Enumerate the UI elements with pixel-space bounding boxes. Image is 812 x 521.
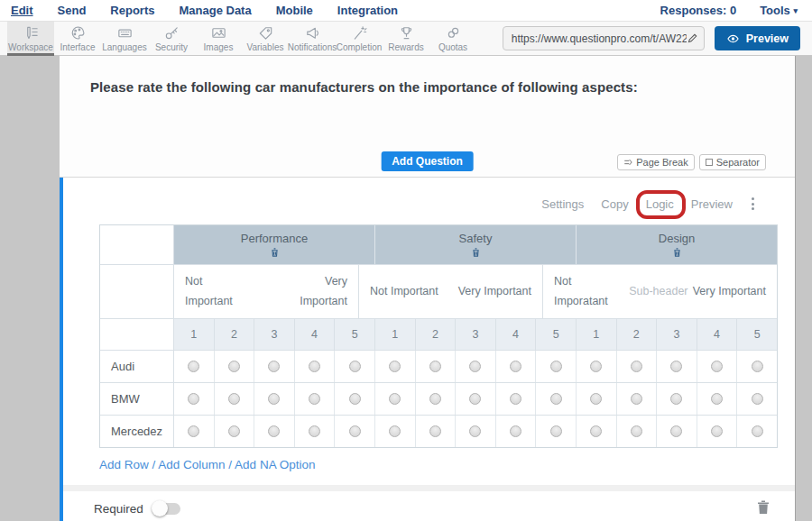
delete-group-icon[interactable] [471,247,481,258]
radio-button[interactable] [374,416,415,447]
radio-button[interactable] [254,416,294,447]
radio-button[interactable] [374,383,415,415]
separator-button[interactable]: Separator [699,154,766,170]
radio-button[interactable] [535,383,576,415]
subheader-placeholder[interactable]: Sub-header [629,282,687,302]
radio-button[interactable] [214,416,254,447]
radio-button[interactable] [616,351,657,382]
toolbar-tab-quotas[interactable]: Quotas [429,22,476,55]
radio-button[interactable] [495,351,536,382]
radio-button[interactable] [495,383,536,415]
page-break-button[interactable]: Page Break [617,154,694,170]
radio-button[interactable] [616,383,657,415]
radio-button[interactable] [294,416,335,447]
radio-button[interactable] [535,416,576,447]
radio-button[interactable] [174,416,214,447]
row-label[interactable]: Mercedez [100,416,174,447]
radio-icon [429,393,441,405]
radio-button[interactable] [214,351,254,382]
radio-button[interactable] [656,383,697,415]
radio-button[interactable] [656,351,697,382]
nav-manage-data[interactable]: Manage Data [179,4,251,17]
radio-button[interactable] [616,416,657,447]
toolbar-tab-languages[interactable]: Languages [101,22,148,55]
radio-button[interactable] [697,351,737,382]
radio-button[interactable] [455,416,495,447]
nav-edit[interactable]: Edit [11,4,33,17]
radio-button[interactable] [656,416,697,447]
subheader-safety[interactable]: Not Important Very Important [358,265,542,318]
toolbar-tab-notifications[interactable]: Notifications [289,22,336,55]
add-na-option-link[interactable]: Add NA Option [235,458,315,471]
survey-url-field[interactable]: https://www.questionpro.com/t/AW22ZcC [503,26,705,50]
question-settings-button[interactable]: Settings [541,197,584,211]
more-options-button[interactable] [748,196,758,212]
toolbar-tab-workspace[interactable]: Workspace [7,22,54,55]
toolbar-tab-interface[interactable]: Interface [54,22,101,55]
chain-links-icon [445,24,462,41]
toggle-knob [152,500,168,516]
group-header-design[interactable]: Design [577,225,777,264]
nav-mobile[interactable]: Mobile [276,4,313,17]
radio-button[interactable] [415,351,456,382]
radio-button[interactable] [576,383,616,415]
delete-group-icon[interactable] [270,247,280,258]
radio-button[interactable] [334,416,374,447]
add-column-link[interactable]: Add Column [158,458,225,471]
tools-menu[interactable]: Tools ▾ [760,4,798,17]
radio-button[interactable] [334,383,374,415]
question-copy-button[interactable]: Copy [601,197,628,211]
nav-integration[interactable]: Integration [337,4,398,17]
toolbar-tab-rewards[interactable]: Rewards [383,22,429,55]
radio-button[interactable] [254,383,294,415]
radio-button[interactable] [415,416,456,447]
radio-button[interactable] [697,383,737,415]
group-header-safety[interactable]: Safety [375,225,577,264]
toolbar-tab-security[interactable]: Security [148,22,195,55]
radio-button[interactable] [697,416,737,447]
delete-question-button[interactable] [757,499,770,518]
radio-button[interactable] [214,383,254,415]
subheader-spacer-cell [100,265,174,318]
radio-icon [309,393,320,405]
radio-button[interactable] [374,351,415,382]
scrollbar[interactable] [795,56,812,521]
group-header-performance[interactable]: Performance [174,225,375,264]
radio-icon [188,361,199,372]
radio-icon [510,393,521,405]
add-question-button[interactable]: Add Question [381,151,474,171]
toolbar-tab-images[interactable]: Images [195,22,242,55]
radio-button[interactable] [455,351,495,382]
edit-pencil-icon[interactable] [687,32,698,44]
subheader-performance[interactable]: Not Important Very Important [174,265,358,318]
preview-button[interactable]: Preview [715,26,800,50]
required-toggle[interactable] [153,503,180,515]
nav-send[interactable]: Send [58,4,87,17]
radio-button[interactable] [174,383,214,415]
radio-button[interactable] [535,351,576,382]
nav-reports[interactable]: Reports [110,4,154,17]
radio-button[interactable] [334,351,374,382]
radio-button[interactable] [174,351,214,382]
row-label[interactable]: BMW [100,383,174,415]
radio-button[interactable] [736,416,777,447]
radio-button[interactable] [495,416,536,447]
add-row-link[interactable]: Add Row [99,458,149,471]
question-preview-button[interactable]: Preview [691,197,733,211]
question-logic-button[interactable]: Logic [646,197,674,211]
radio-button[interactable] [455,383,495,415]
radio-button[interactable] [736,351,777,382]
radio-button[interactable] [736,383,777,415]
toolbar-tab-completion[interactable]: Completion [336,22,383,55]
radio-button[interactable] [294,383,335,415]
row-label[interactable]: Audi [100,351,174,382]
subheader-design[interactable]: Not Imporatant Sub-header Very Important [542,265,777,318]
radio-button[interactable] [254,351,294,382]
radio-icon [711,393,723,405]
radio-button[interactable] [415,383,456,415]
radio-button[interactable] [294,351,335,382]
delete-group-icon[interactable] [672,247,682,258]
radio-button[interactable] [576,351,616,382]
toolbar-tab-variables[interactable]: Variables [242,22,289,55]
radio-button[interactable] [576,416,616,447]
